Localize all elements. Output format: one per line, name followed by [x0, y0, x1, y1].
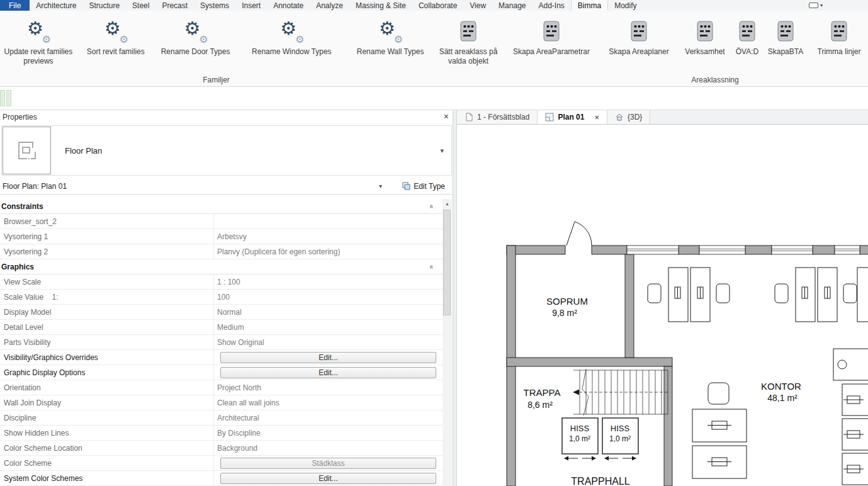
property-row: Vysortering 1 Arbetsvy [0, 229, 442, 244]
room-area-trappa: 8,6 m² [527, 400, 553, 410]
room-area-soprum: 9,8 m² [552, 308, 577, 318]
close-icon[interactable]: × [444, 111, 449, 122]
window-icon [809, 3, 818, 8]
rename-door-types-button[interactable]: ⚙⚙ Rename Door Types [156, 11, 235, 75]
home-icon [615, 113, 624, 122]
properties-title: Properties [0, 110, 453, 124]
tab-bimma[interactable]: Bimma [571, 0, 608, 11]
chevron-down-icon[interactable]: ▾ [379, 178, 382, 194]
rename-wall-types-button[interactable]: ⚙⚙ Rename Wall Types [348, 11, 432, 75]
property-value[interactable]: Planvy (Duplicera för egen sortering) [214, 244, 442, 259]
room-label-trapphall: TRAPPHALL [571, 476, 629, 486]
panel-edge-decoration [0, 90, 5, 106]
scrollbar-thumb[interactable] [443, 210, 451, 315]
section-constraints[interactable]: Constraints « [0, 199, 442, 214]
switch-windows-button[interactable]: ▾ [805, 0, 826, 11]
panel-edge-decoration [6, 90, 11, 106]
property-value[interactable]: Clean all wall joins [214, 395, 442, 410]
skapabta-button[interactable]: SkapaBTA [762, 11, 809, 75]
stadklass-button[interactable]: Städklass [220, 458, 436, 469]
edit-button[interactable]: Edit... [220, 352, 436, 363]
revit-window: File Architecture Structure Steel Precas… [0, 0, 868, 486]
view-tab-bar: 1 - Försättsblad Plan 01 × {3D} [457, 110, 868, 125]
property-value[interactable]: Project North [214, 380, 442, 395]
door[interactable] [566, 222, 592, 246]
tab-precast[interactable]: Precast [155, 0, 194, 11]
tab-analyze[interactable]: Analyze [310, 0, 349, 11]
tab-massing-site[interactable]: Massing & Site [349, 0, 412, 11]
tab-systems[interactable]: Systems [194, 0, 235, 11]
tab-modify[interactable]: Modify [608, 0, 643, 11]
options-strip [0, 87, 868, 110]
property-value[interactable]: By Discipline [214, 426, 442, 440]
furniture[interactable] [648, 268, 868, 485]
tab-annotate[interactable]: Annotate [267, 0, 310, 11]
skapa-areaparametrar-button[interactable]: Skapa AreaParametrar [503, 11, 600, 75]
properties-table: Constraints « Browser_sort_2 Vysortering… [0, 199, 442, 486]
edit-type-icon [402, 182, 410, 190]
drawing-area[interactable]: SOPRUM 9,8 m² TRAPPA 8,6 m² HISS 1,0 m² … [457, 125, 868, 486]
property-row: Color Scheme Location Background [0, 441, 442, 456]
satt-areaklass-button[interactable]: Sätt areaklass på valda objekt [434, 11, 503, 75]
tab-steel[interactable]: Steel [126, 0, 155, 11]
room-area-kontor: 48,1 m² [767, 393, 798, 403]
property-value[interactable]: Show Original [214, 335, 442, 349]
ribbon-group-familjer: ⚙⚙ Update revit families previews ⚙⚙ Sor… [0, 11, 432, 86]
collapse-section-icon[interactable]: « [430, 263, 434, 271]
area-tool-icon [629, 20, 648, 43]
properties-scrollbar[interactable]: ▲ [442, 199, 452, 486]
property-value[interactable] [214, 214, 442, 229]
area-tool-icon [738, 20, 757, 43]
tab-view[interactable]: View [463, 0, 492, 11]
tab-insert[interactable]: Insert [235, 0, 267, 11]
tab-collaborate[interactable]: Collaborate [412, 0, 463, 11]
properties-panel: Properties × Floor Plan ▾ Floor Plan: Pl… [0, 110, 453, 486]
property-value[interactable]: Background [214, 441, 442, 455]
update-revit-families-button[interactable]: ⚙⚙ Update revit families previews [1, 11, 76, 75]
property-value[interactable]: 100 [214, 290, 442, 304]
ribbon-tab-bar: File Architecture Structure Steel Precas… [0, 0, 868, 11]
trimma-linjer-button[interactable]: Trimma linjer [809, 11, 868, 75]
view-tab-forsattsblad[interactable]: 1 - Försättsblad [457, 110, 538, 124]
area-tool-icon [459, 20, 478, 43]
property-row: Wall Join Display Clean all wall joins [0, 395, 442, 410]
edit-button[interactable]: Edit... [220, 367, 436, 378]
group-label-areaklassning: Areaklassning [561, 76, 868, 84]
view-tab-3d[interactable]: {3D} [607, 110, 650, 124]
chevron-down-icon: ▾ [820, 3, 823, 8]
collapse-section-icon[interactable]: « [430, 202, 434, 211]
chevron-down-icon[interactable]: ▾ [440, 126, 444, 175]
gear-icon: ⚙⚙ [101, 17, 130, 46]
scroll-up-icon[interactable]: ▲ [442, 199, 452, 208]
room-area-hiss-2: 1,0 m² [609, 434, 631, 443]
rename-window-types-button[interactable]: ⚙⚙ Rename Window Types [235, 11, 348, 75]
edit-type-button[interactable]: Edit Type [402, 178, 445, 194]
stairs[interactable] [573, 369, 670, 415]
tab-file[interactable]: File [0, 0, 30, 11]
floor-plan-canvas[interactable]: SOPRUM 9,8 m² TRAPPA 8,6 m² HISS 1,0 m² … [457, 125, 868, 486]
property-value[interactable]: Arbetsvy [214, 229, 442, 244]
verksamhet-button[interactable]: Verksamhet [678, 11, 732, 75]
property-value[interactable]: Architectural [214, 410, 442, 425]
close-tab-icon[interactable]: × [594, 113, 599, 122]
tab-architecture[interactable]: Architecture [30, 0, 82, 11]
skapa-areaplaner-button[interactable]: Skapa Areaplaner [600, 11, 678, 75]
type-selector[interactable]: Floor Plan ▾ [1, 125, 452, 176]
ribbon-panel: ⚙⚙ Update revit families previews ⚙⚙ Sor… [0, 11, 868, 87]
section-graphics[interactable]: Graphics « [0, 259, 442, 274]
tab-structure[interactable]: Structure [82, 0, 126, 11]
gear-icon: ⚙⚙ [24, 17, 53, 46]
property-value[interactable]: 1 : 100 [214, 274, 442, 289]
view-tab-plan-01[interactable]: Plan 01 × [538, 110, 607, 124]
tab-manage[interactable]: Manage [492, 0, 532, 11]
sort-revit-families-button[interactable]: ⚙⚙ Sort revit families [76, 11, 156, 75]
gear-icon: ⚙⚙ [181, 17, 210, 46]
property-value[interactable]: Medium [214, 320, 442, 334]
ova-d-button[interactable]: ÖVA:D [732, 11, 762, 75]
edit-button[interactable]: Edit... [220, 473, 436, 484]
floor-plan-icon [13, 137, 41, 164]
tab-add-ins[interactable]: Add-Ins [532, 0, 570, 11]
instance-label: Floor Plan: Plan 01 [3, 178, 67, 194]
property-value[interactable]: Normal [214, 305, 442, 319]
room-area-hiss-1: 1,0 m² [569, 434, 590, 443]
